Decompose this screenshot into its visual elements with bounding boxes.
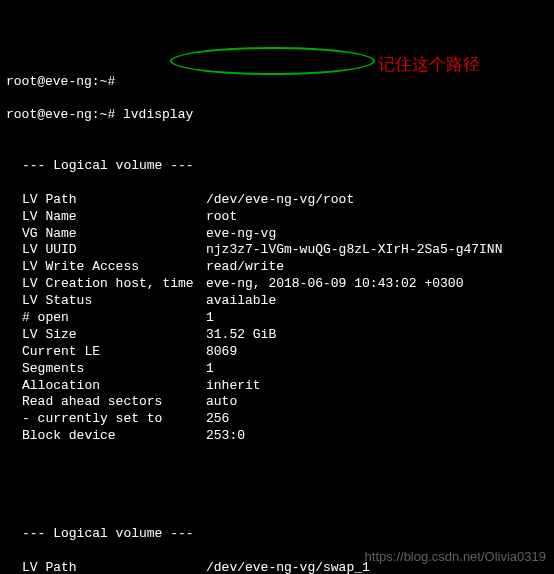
lv1-label: VG Name [6, 226, 206, 243]
lv2-label: LV Path [6, 560, 206, 575]
watermark-text: https://blog.csdn.net/Olivia0319 [365, 549, 546, 566]
lv1-value: inherit [206, 378, 548, 395]
lv1-label: LV Name [6, 209, 206, 226]
lv1-label: Read ahead sectors [6, 394, 206, 411]
lv1-row: LV Write Accessread/write [6, 259, 548, 276]
lv1-label: - currently set to [6, 411, 206, 428]
lv1-row: LV Size31.52 GiB [6, 327, 548, 344]
lv2-header: --- Logical volume --- [6, 526, 548, 543]
lv1-row: # open1 [6, 310, 548, 327]
lv1-label: Segments [6, 361, 206, 378]
lv1-row: Segments1 [6, 361, 548, 378]
lv1-value: auto [206, 394, 548, 411]
lv1-value: 31.52 GiB [206, 327, 548, 344]
lv1-row: LV UUIDnjz3z7-lVGm-wuQG-g8zL-XIrH-2Sa5-g… [6, 242, 548, 259]
lv1-value: 256 [206, 411, 548, 428]
lv1-value: 253:0 [206, 428, 548, 445]
lv1-row: LV Nameroot [6, 209, 548, 226]
lv1-value: 1 [206, 361, 548, 378]
lv1-label: LV Write Access [6, 259, 206, 276]
lv1-label: Current LE [6, 344, 206, 361]
lv1-label: Block device [6, 428, 206, 445]
prompt-line-1: root@eve-ng:~# [6, 74, 548, 91]
lv1-row: VG Nameeve-ng-vg [6, 226, 548, 243]
lv1-label: LV Path [6, 192, 206, 209]
lv1-value: /dev/eve-ng-vg/root [206, 192, 548, 209]
lv1-row: LV Creation host, timeeve-ng, 2018-06-09… [6, 276, 548, 293]
lv1-value: available [206, 293, 548, 310]
prompt-line-2: root@eve-ng:~# lvdisplay [6, 107, 548, 124]
lv1-label: LV Size [6, 327, 206, 344]
lv1-value: root [206, 209, 548, 226]
lv1-value: njz3z7-lVGm-wuQG-g8zL-XIrH-2Sa5-g47INN [206, 242, 548, 259]
annotation-text: 记住这个路径 [378, 54, 480, 76]
lv1-row: LV Path/dev/eve-ng-vg/root [6, 192, 548, 209]
lv1-row: Allocationinherit [6, 378, 548, 395]
lv1-row: - currently set to256 [6, 411, 548, 428]
highlight-circle [170, 47, 375, 75]
lv1-row: Block device253:0 [6, 428, 548, 445]
lv1-header: --- Logical volume --- [6, 158, 548, 175]
lv1-label: Allocation [6, 378, 206, 395]
lv1-value: eve-ng-vg [206, 226, 548, 243]
lv1-label: LV Status [6, 293, 206, 310]
lv1-value: 1 [206, 310, 548, 327]
lv1-value: eve-ng, 2018-06-09 10:43:02 +0300 [206, 276, 548, 293]
lv1-label: LV UUID [6, 242, 206, 259]
lv1-value: 8069 [206, 344, 548, 361]
lv1-value: read/write [206, 259, 548, 276]
lv1-row: Read ahead sectorsauto [6, 394, 548, 411]
lv1-row: Current LE8069 [6, 344, 548, 361]
lv1-label: # open [6, 310, 206, 327]
lv1-label: LV Creation host, time [6, 276, 206, 293]
lv1-row: LV Statusavailable [6, 293, 548, 310]
